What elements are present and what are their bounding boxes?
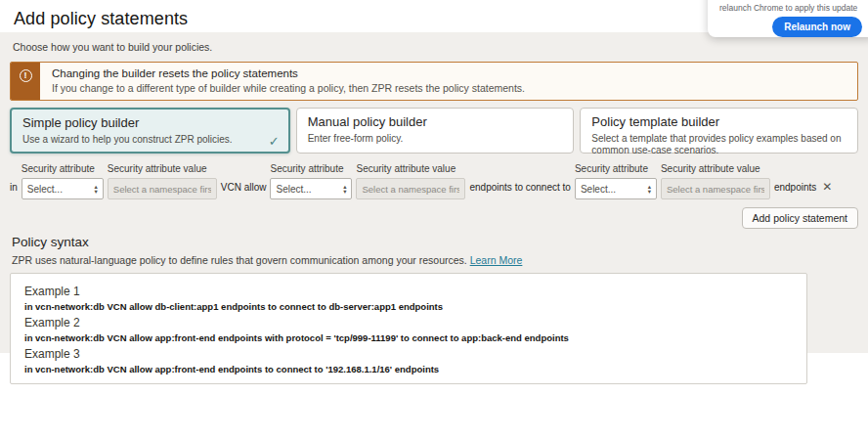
card-manual-policy-builder[interactable]: Manual policy builder Enter free-form po… — [296, 108, 575, 154]
security-attribute-select-1[interactable]: Select... ▴ ▾ — [22, 178, 104, 199]
example-statement: in vcn-network:db VCN allow db-client:ap… — [24, 301, 793, 312]
example-statement: in vcn-network:db VCN allow app:front-en… — [24, 332, 793, 343]
security-attribute-value-input-1[interactable] — [108, 178, 217, 199]
example-item: Example 3 in vcn-network:db VCN allow ap… — [24, 347, 793, 374]
selected-check-icon: ✓ — [269, 134, 280, 149]
warning-icon: ! — [20, 69, 32, 82]
security-attribute-value-field-2: Security attribute value — [356, 163, 465, 199]
card-simple-policy-builder[interactable]: Simple policy builder Use a wizard to he… — [10, 108, 290, 154]
card-description: Select a template that provides policy e… — [591, 133, 846, 156]
select-value: Select... — [581, 184, 616, 195]
security-attribute-value-field-3: Security attribute value — [661, 163, 770, 199]
policy-syntax-description-text: ZPR uses natural-language policy to defi… — [12, 254, 467, 266]
card-description: Enter free-form policy. — [308, 133, 563, 145]
builder-cards-row: Simple policy builder Use a wizard to he… — [10, 108, 858, 154]
select-value: Select... — [27, 184, 63, 195]
card-description: Use a wizard to help you construct ZPR p… — [22, 134, 278, 146]
warning-text: Changing the builder resets the policy s… — [40, 63, 537, 100]
card-title: Simple policy builder — [22, 115, 278, 130]
statement-connector-endpoints-to-connect: endpoints to connect to — [469, 182, 570, 199]
security-attribute-value-label: Security attribute value — [661, 163, 770, 174]
example-label: Example 1 — [24, 285, 793, 298]
select-value: Select... — [276, 184, 311, 195]
example-item: Example 1 in vcn-network:db VCN allow db… — [24, 285, 793, 312]
card-policy-template-builder[interactable]: Policy template builder Select a templat… — [580, 108, 858, 154]
security-attribute-value-field-1: Security attribute value — [108, 163, 217, 199]
security-attribute-field-2: Security attribute Select... ▴ ▾ — [270, 163, 352, 199]
select-stepper-icon: ▴ ▾ — [343, 184, 346, 194]
warning-body: If you change to a different type of bui… — [52, 82, 525, 94]
remove-statement-icon[interactable]: ✕ — [822, 180, 832, 199]
warning-accent-bar: ! — [11, 63, 40, 100]
chevron-down-icon: ▾ — [648, 189, 651, 194]
statement-suffix-endpoints: endpoints — [774, 182, 816, 199]
security-attribute-field-1: Security attribute Select... ▴ ▾ — [22, 163, 104, 199]
warning-title: Changing the builder resets the policy s… — [52, 67, 525, 79]
security-attribute-select-2[interactable]: Select... ▴ ▾ — [270, 178, 352, 199]
policy-syntax-description: ZPR uses natural-language policy to defi… — [12, 254, 856, 266]
example-label: Example 3 — [24, 347, 793, 361]
policy-syntax-heading: Policy syntax — [12, 235, 856, 249]
security-attribute-select-3[interactable]: Select... ▴ ▾ — [575, 178, 657, 199]
security-attribute-field-3: Security attribute Select... ▴ ▾ — [575, 163, 657, 199]
policy-statement-row: in Security attribute Select... ▴ ▾ Secu… — [10, 163, 858, 199]
builder-panel: Choose how you want to build your polici… — [0, 32, 868, 353]
security-attribute-value-input-3[interactable] — [661, 178, 770, 199]
warning-banner: ! Changing the builder resets the policy… — [10, 62, 858, 101]
add-statement-row: Add policy statement — [10, 207, 858, 229]
security-attribute-label: Security attribute — [22, 163, 104, 174]
policy-examples-box: Example 1 in vcn-network:db VCN allow db… — [10, 273, 807, 384]
learn-more-link[interactable]: Learn More — [470, 254, 523, 266]
add-policy-statement-button[interactable]: Add policy statement — [742, 207, 858, 229]
card-title: Policy template builder — [591, 114, 846, 129]
chrome-update-popup: relaunch Chrome to apply this update Rel… — [708, 0, 868, 37]
chevron-down-icon: ▾ — [343, 189, 346, 194]
example-label: Example 2 — [24, 316, 793, 330]
chevron-down-icon: ▾ — [95, 189, 98, 194]
card-title: Manual policy builder — [308, 114, 563, 129]
security-attribute-label: Security attribute — [575, 163, 657, 174]
chrome-update-message: relaunch Chrome to apply this update — [719, 3, 864, 13]
security-attribute-label: Security attribute — [270, 163, 352, 174]
example-item: Example 2 in vcn-network:db VCN allow ap… — [24, 316, 793, 343]
select-stepper-icon: ▴ ▾ — [648, 184, 651, 194]
security-attribute-value-input-2[interactable] — [356, 178, 465, 199]
statement-prefix: in — [10, 182, 18, 199]
relaunch-now-button[interactable]: Relaunch now — [772, 17, 862, 37]
panel-subtitle: Choose how you want to build your polici… — [13, 41, 855, 53]
security-attribute-value-label: Security attribute value — [356, 163, 465, 174]
security-attribute-value-label: Security attribute value — [108, 163, 217, 174]
statement-connector-vcn-allow: VCN allow — [221, 182, 267, 199]
example-statement: in vcn-network:db VCN allow app:front-en… — [24, 364, 793, 374]
select-stepper-icon: ▴ ▾ — [95, 184, 98, 194]
